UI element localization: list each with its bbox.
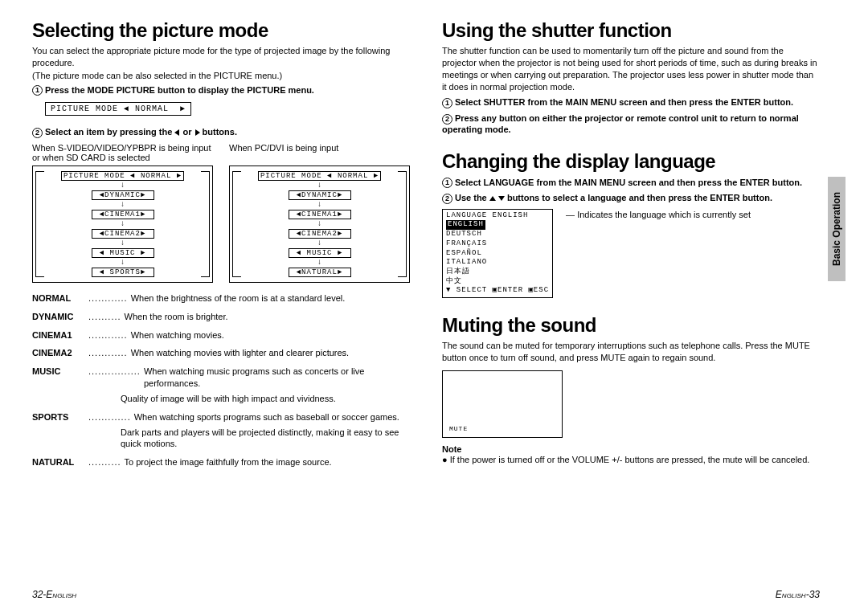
language-note: — Indicates the language which is curren…	[566, 209, 751, 298]
step-2: 2Select an item by pressing the or butto…	[32, 127, 410, 138]
intro-text: You can select the appropriate picture m…	[32, 45, 410, 69]
definitions: NORMAL............When the brightness of…	[32, 292, 410, 468]
shutter-intro: The shutter function can be used to mome…	[442, 45, 820, 92]
osd-picture-mode: PICTURE MODE ◄ NORMAL ►	[45, 102, 191, 116]
heading-picture-mode: Selecting the picture mode	[32, 19, 410, 42]
mute-intro: The sound can be muted for temporary int…	[442, 340, 820, 364]
lang-step-1: 1Select LANGUAGE from the MAIN MENU scre…	[442, 178, 820, 189]
flow-pc: PICTURE MODE ◄ NORMAL ► ↓ ◄DYNAMIC► ↓ ◄C…	[229, 166, 410, 283]
side-tab: Basic Operation	[828, 177, 845, 281]
sports-sub: Dark parts and players will be projected…	[121, 427, 410, 451]
right-page: Using the shutter function The shutter f…	[442, 19, 820, 475]
heading-language: Changing the display language	[442, 150, 820, 173]
note-body: ● If the power is turned off or the VOLU…	[442, 454, 820, 466]
left-page: Selecting the picture mode You can selec…	[32, 19, 410, 475]
footer-right: English-33	[776, 589, 820, 600]
heading-shutter: Using the shutter function	[442, 19, 820, 42]
intro-paren: (The picture mode can be also selected i…	[32, 71, 410, 80]
flow-video: PICTURE MODE ◄ NORMAL ► ↓ ◄DYNAMIC► ↓ ◄C…	[32, 166, 213, 283]
note-heading: Note	[442, 444, 820, 454]
music-sub: Quality of image will be with high impac…	[121, 393, 410, 405]
mute-osd: MUTE	[442, 370, 563, 438]
flow-labels: When S-VIDEO/VIDEO/YPBPR is being input …	[32, 143, 410, 162]
shutter-step-1: 1Select SHUTTER from the MAIN MENU scree…	[442, 97, 820, 108]
flow-diagrams: PICTURE MODE ◄ NORMAL ► ↓ ◄DYNAMIC► ↓ ◄C…	[32, 166, 410, 283]
lang-step-2: 2Use the buttons to select a language an…	[442, 193, 820, 204]
heading-mute: Muting the sound	[442, 314, 820, 337]
page-footer: 32-English English-33	[32, 589, 820, 600]
shutter-step-2: 2Press any button on either the projecto…	[442, 113, 820, 134]
footer-left: 32-English	[32, 589, 76, 600]
language-menu: LANGUAGE ENGLISH ENGLISH DEUTSCH FRANÇAI…	[442, 209, 553, 298]
step-1: 1Press the MODE PICTURE button to displa…	[32, 85, 410, 96]
